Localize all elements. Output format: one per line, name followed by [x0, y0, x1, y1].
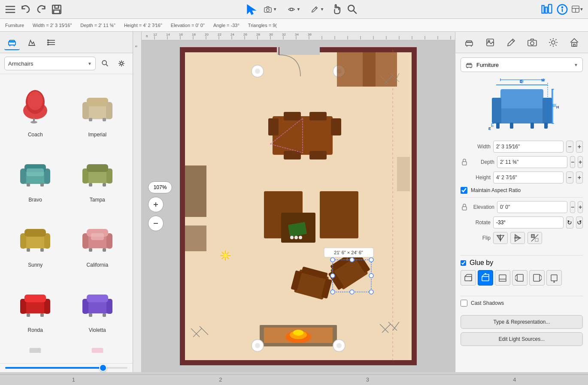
svg-rect-148	[309, 151, 327, 159]
elevation-info: Elevation = 0' 0"	[171, 23, 205, 28]
furniture-label-california: California	[86, 262, 108, 268]
elevation-decrease-button[interactable]: −	[570, 201, 575, 213]
furniture-tab[interactable]	[4, 35, 20, 50]
camera-right-tool[interactable]	[525, 35, 540, 50]
house-tool[interactable]	[567, 35, 582, 50]
flip-diagonal-button[interactable]	[527, 232, 542, 244]
svg-point-188	[255, 343, 260, 348]
select-tool[interactable]	[245, 3, 257, 15]
svg-text:21' 6" × 24' 6": 21' 6" × 24' 6"	[334, 250, 363, 255]
furniture-item-sunny[interactable]: Sunny	[4, 209, 67, 274]
info-icon[interactable]	[556, 3, 568, 15]
design-tab[interactable]	[24, 35, 39, 50]
svg-point-154	[290, 236, 294, 239]
svg-rect-138	[363, 52, 376, 87]
flip-vertical-button[interactable]	[510, 232, 525, 244]
size-slider-thumb[interactable]	[99, 364, 107, 372]
svg-point-30	[48, 44, 48, 45]
library-icon[interactable]	[541, 3, 553, 15]
depth-decrease-button[interactable]: −	[570, 156, 575, 168]
height-decrease-button[interactable]: −	[566, 171, 573, 183]
lock-icon[interactable]	[461, 158, 468, 166]
section-divider-3	[461, 296, 583, 296]
size-slider[interactable]	[5, 367, 127, 369]
furniture-thumb-partial2	[74, 343, 121, 353]
left-panel-tabs	[0, 32, 133, 53]
svg-rect-82	[103, 313, 106, 317]
list-tab[interactable]	[44, 35, 59, 50]
furniture-item-partial2[interactable]	[67, 339, 129, 356]
floor-plan-area[interactable]: 21' 6" × 24' 6"	[142, 40, 455, 372]
materials-tool[interactable]	[462, 35, 476, 50]
furniture-item-imperial[interactable]: Imperial	[67, 78, 129, 144]
svg-rect-70	[103, 248, 106, 252]
maintain-aspect-checkbox[interactable]	[461, 187, 467, 194]
svg-rect-207	[467, 41, 472, 42]
rotate-ccw-button[interactable]: ↺	[576, 217, 583, 229]
category-dropdown[interactable]: Armchairs ▼	[4, 57, 96, 70]
svg-rect-83	[30, 348, 41, 353]
lighting-tool[interactable]	[546, 35, 561, 50]
svg-marker-261	[515, 238, 520, 241]
svg-text:22: 22	[218, 33, 221, 36]
furniture-item-coach[interactable]: Coach	[4, 78, 67, 144]
depth-input[interactable]	[497, 156, 567, 168]
hand-tool[interactable]	[331, 3, 343, 15]
menu-icon[interactable]	[4, 3, 16, 15]
glue-left-button[interactable]	[512, 270, 527, 286]
flip-label: Flip	[461, 235, 491, 241]
rotate-input[interactable]	[493, 217, 564, 229]
elevation-input[interactable]	[497, 201, 567, 213]
type-representation-button[interactable]: Type & Representation...	[461, 315, 583, 329]
flip-horizontal-button[interactable]	[493, 232, 508, 244]
zoom-in-button[interactable]	[148, 197, 164, 212]
glue-icons	[461, 270, 583, 286]
center-canvas[interactable]: ft	[133, 32, 455, 372]
view-tool[interactable]: ▼	[284, 4, 304, 15]
furniture-type-dropdown[interactable]: Furniture ▼	[461, 57, 583, 72]
width-increase-button[interactable]: +	[576, 141, 583, 153]
svg-text:ft: ft	[135, 45, 138, 47]
filter-settings-button[interactable]	[115, 57, 128, 70]
floor-plan-svg[interactable]: 21' 6" × 24' 6"	[178, 45, 418, 367]
glue-bottom-button[interactable]	[495, 270, 510, 286]
furniture-item-bravo[interactable]: Bravo	[4, 144, 67, 209]
width-input[interactable]	[493, 141, 564, 153]
elevation-increase-button[interactable]: +	[578, 201, 583, 213]
glue-top-button[interactable]	[478, 270, 493, 286]
textures-tool[interactable]	[483, 35, 497, 50]
edit-light-sources-button[interactable]: Edit Light Sources...	[461, 332, 583, 346]
zoom-out-button[interactable]	[148, 216, 164, 231]
cast-shadows-checkbox[interactable]	[461, 300, 467, 307]
glue-right-button[interactable]	[529, 270, 545, 286]
undo-button[interactable]	[20, 3, 32, 15]
glue-by-checkbox[interactable]	[461, 260, 466, 266]
redo-button[interactable]	[35, 3, 47, 15]
svg-point-214	[530, 42, 534, 45]
glue-3d-button[interactable]	[461, 270, 476, 286]
depth-increase-button[interactable]: +	[578, 156, 583, 168]
svg-point-156	[299, 236, 302, 239]
rotate-cw-button[interactable]: ↻	[566, 217, 573, 229]
furniture-item-california[interactable]: California	[67, 209, 129, 274]
edit-tool[interactable]	[504, 35, 518, 50]
edit-tool[interactable]: ▼	[307, 4, 327, 15]
furniture-item-tampa[interactable]: Tampa	[67, 144, 129, 209]
svg-line-220	[550, 39, 551, 40]
furniture-item-ronda[interactable]: Ronda	[4, 274, 67, 339]
height-input[interactable]	[493, 171, 564, 183]
search-button[interactable]	[98, 57, 112, 70]
camera-tool[interactable]: ▼	[261, 4, 281, 15]
ruler-left: ft	[133, 32, 142, 372]
save-button[interactable]	[51, 3, 63, 15]
glue-front-button[interactable]	[546, 270, 562, 286]
elevation-lock-icon[interactable]	[461, 203, 468, 211]
furniture-item-partial1[interactable]	[4, 339, 67, 356]
furniture-item-violetta[interactable]: Violetta	[67, 274, 129, 339]
height-increase-button[interactable]: +	[576, 171, 583, 183]
width-decrease-button[interactable]: −	[566, 141, 573, 153]
right-panel: Furniture ▼	[455, 32, 588, 372]
layout-icon[interactable]: ▼	[572, 3, 584, 15]
search-tool[interactable]	[346, 3, 358, 15]
svg-text:12: 12	[153, 33, 157, 36]
